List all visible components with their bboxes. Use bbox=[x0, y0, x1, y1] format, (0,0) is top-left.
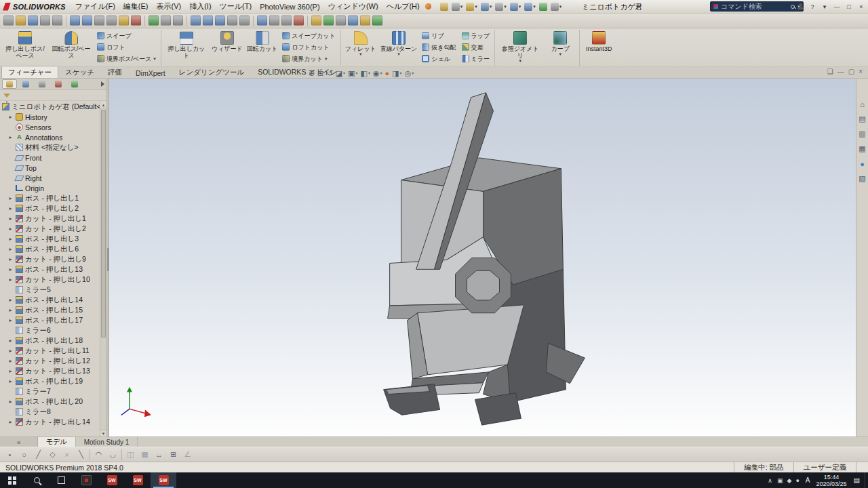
tree-item[interactable]: ボス - 押し出し17 bbox=[0, 315, 100, 325]
displaymanager-tab[interactable] bbox=[67, 79, 82, 89]
tree-item[interactable]: カット - 押し出し9 bbox=[0, 254, 100, 264]
featuremanager-tab[interactable] bbox=[2, 79, 17, 89]
ribbon-separator[interactable]: ▾ bbox=[161, 30, 161, 66]
scrollbar-thumb[interactable] bbox=[101, 110, 106, 338]
tree-item[interactable]: Top bbox=[0, 163, 100, 173]
taskbar-solidworks-active[interactable]: SW bbox=[151, 472, 176, 488]
start-button[interactable] bbox=[0, 472, 24, 488]
tree-item[interactable]: Sensors bbox=[0, 122, 100, 132]
rebuild-icon[interactable]: ▾ bbox=[538, 2, 548, 12]
menu-item[interactable]: 表示(V) bbox=[153, 0, 186, 13]
command-search-input[interactable]: コマンド検索 ▾ bbox=[710, 1, 804, 12]
maximize-icon[interactable]: □ bbox=[844, 1, 854, 12]
expand-arrow-icon[interactable] bbox=[7, 348, 14, 354]
rotate-view-icon[interactable] bbox=[239, 16, 250, 26]
expand-arrow-icon[interactable] bbox=[7, 338, 14, 344]
centerline-icon[interactable]: ╲ bbox=[75, 449, 87, 460]
intersect-button[interactable]: 交差 ▾ bbox=[459, 41, 493, 53]
home-icon[interactable]: ⌂ bbox=[857, 99, 867, 109]
tile-window-icon[interactable]: ❏ bbox=[827, 68, 833, 75]
arc-icon[interactable]: ◠ bbox=[93, 449, 104, 460]
model-eye-inner[interactable] bbox=[467, 270, 500, 300]
menu-item[interactable]: ヘルプ(H) bbox=[382, 0, 424, 13]
menu-item[interactable]: ウィンドウ(W) bbox=[324, 0, 382, 13]
expand-arrow-icon[interactable] bbox=[7, 378, 14, 384]
panel-tabs-overflow-icon[interactable] bbox=[101, 81, 104, 87]
boundary-boss-base-button[interactable]: 境界ボス/ベース ▾ bbox=[94, 53, 159, 64]
appearances-icon[interactable]: ● bbox=[857, 159, 867, 169]
view-palette-icon[interactable]: ▦ bbox=[857, 144, 867, 154]
tray-icon-3[interactable]: ● bbox=[795, 477, 799, 484]
redo-icon[interactable] bbox=[82, 16, 92, 26]
tree-item[interactable]: Annotations bbox=[0, 132, 100, 142]
pan-icon[interactable] bbox=[227, 16, 237, 26]
material-icon[interactable] bbox=[348, 16, 358, 26]
help-dropdown-icon[interactable]: ▾ bbox=[819, 1, 830, 12]
section-view-icon[interactable] bbox=[294, 16, 304, 26]
help-icon[interactable]: ? bbox=[807, 1, 818, 12]
tree-item[interactable]: カット - 押し出し13 bbox=[0, 366, 100, 376]
tangent-arc-icon[interactable]: ◡ bbox=[107, 449, 119, 460]
section-view-icon[interactable]: ◪ ▾ bbox=[336, 69, 345, 77]
close-icon[interactable]: × bbox=[856, 1, 867, 12]
redraw-icon[interactable] bbox=[161, 16, 171, 26]
tab-scroll-left-icon[interactable] bbox=[0, 437, 38, 447]
wireframe-icon[interactable] bbox=[269, 16, 279, 26]
zoom-fit-icon[interactable]: ⊕ ▾ bbox=[309, 69, 315, 77]
menu-item[interactable]: 編集(E) bbox=[119, 0, 153, 13]
lofted-cut-button[interactable]: ロフトカット ▾ bbox=[279, 41, 338, 53]
tree-item[interactable]: Origin bbox=[0, 183, 100, 193]
print-icon[interactable]: ▾ bbox=[494, 2, 507, 12]
linear-pattern-button[interactable]: 直線パターン ▾ bbox=[378, 30, 420, 66]
undo-icon[interactable]: ▾ bbox=[509, 2, 522, 12]
toolbar-separator[interactable] bbox=[144, 16, 145, 26]
mirror-button[interactable]: ミラー ▾ bbox=[459, 53, 493, 64]
smart-dimension-icon[interactable]: ↔ bbox=[153, 449, 165, 460]
command-tab[interactable]: スケッチ bbox=[58, 66, 101, 78]
cut-icon[interactable] bbox=[94, 16, 104, 26]
tree-item[interactable]: ボス - 押し出し20 bbox=[0, 396, 100, 407]
tray-icon-1[interactable]: ▣ bbox=[777, 477, 783, 484]
instant3d-button[interactable]: Instant3D ▾ bbox=[582, 30, 616, 66]
file-explorer-icon[interactable]: ▥ bbox=[857, 129, 867, 139]
custom-properties-icon[interactable]: ▧ bbox=[857, 174, 867, 184]
fillet-button[interactable]: フィレット ▾ bbox=[343, 30, 378, 66]
options-icon[interactable] bbox=[173, 16, 183, 26]
curves-button[interactable]: カーブ ▾ bbox=[543, 30, 577, 66]
scroll-up-icon[interactable]: ▲ bbox=[100, 102, 106, 108]
tree-item[interactable]: Right bbox=[0, 173, 100, 183]
tree-item[interactable]: ミラー6 bbox=[0, 325, 100, 336]
design-library-icon[interactable]: ▤ bbox=[857, 114, 867, 124]
sketchbar-separator[interactable] bbox=[121, 449, 122, 460]
toolbar-separator[interactable] bbox=[253, 16, 254, 26]
polygon-icon[interactable]: ◇ bbox=[47, 449, 58, 460]
print-preview-icon[interactable] bbox=[52, 16, 62, 26]
menu-item[interactable]: 挿入(I) bbox=[185, 0, 215, 13]
graphics-viewport[interactable] bbox=[109, 79, 856, 436]
shell-button[interactable]: シェル ▾ bbox=[419, 53, 458, 64]
taskbar-pinned-app[interactable] bbox=[73, 472, 99, 488]
tree-item[interactable]: カット - 押し出し1 bbox=[0, 214, 100, 224]
print-icon[interactable] bbox=[40, 16, 50, 26]
appearance-icon[interactable] bbox=[360, 16, 370, 26]
model-jaw[interactable] bbox=[418, 305, 524, 375]
taskbar-clock[interactable]: 15:44 2020/03/25 bbox=[816, 474, 847, 487]
tree-item[interactable]: ミラー8 bbox=[0, 407, 100, 417]
new-document-icon[interactable]: ▾ bbox=[451, 2, 464, 12]
redo-icon[interactable]: ▾ bbox=[524, 2, 536, 12]
expand-arrow-icon[interactable] bbox=[7, 226, 14, 232]
new-icon[interactable] bbox=[3, 16, 14, 26]
extruded-boss-base-button[interactable]: 押し出しボス/ベース ▾ bbox=[2, 30, 48, 66]
tree-item[interactable]: History bbox=[0, 112, 100, 122]
angle-icon[interactable]: ∠ bbox=[182, 449, 193, 460]
tree-item[interactable]: ボス - 押し出し3 bbox=[0, 234, 100, 244]
lofted-boss-base-button[interactable]: ロフト ▾ bbox=[94, 41, 159, 53]
grid-snap-icon[interactable]: ⊞ bbox=[167, 449, 179, 460]
zoom-area-icon[interactable]: ⊞ ▾ bbox=[317, 69, 323, 77]
taskbar-solidworks-doc-1[interactable]: SW bbox=[99, 472, 125, 488]
graphics-area[interactable] bbox=[109, 79, 856, 436]
expand-arrow-icon[interactable] bbox=[7, 307, 14, 313]
apply-scene-icon[interactable]: ◨ ▾ bbox=[392, 69, 401, 77]
tray-icon-2[interactable]: ◆ bbox=[787, 477, 791, 484]
command-tab[interactable]: フィーチャー bbox=[1, 66, 58, 78]
